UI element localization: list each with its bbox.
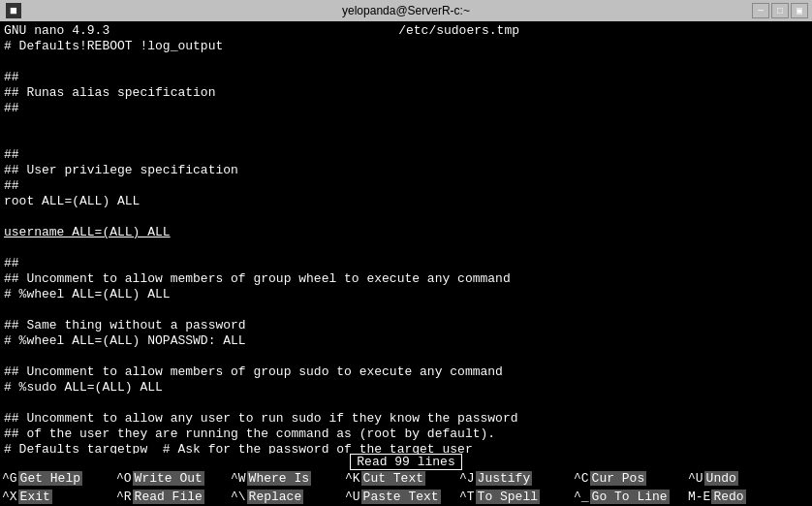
maximize-button[interactable]: □ (771, 3, 789, 18)
shortcut-key: ^U (345, 490, 360, 504)
shortcut-item[interactable]: ^XExit (0, 490, 114, 504)
window-title: yelopanda@ServerR-c:~ (342, 4, 470, 17)
shortcut-key: ^C (574, 471, 589, 486)
shortcut-desc: Go To Line (590, 490, 670, 504)
editor-line: ## (4, 178, 808, 194)
editor-line: ## Runas alias specification (4, 85, 808, 101)
editor-line: # Defaults!REBOOT !log_output (4, 39, 808, 54)
shortcut-key: ^T (459, 490, 475, 504)
shortcut-desc: To Spell (476, 490, 540, 504)
shortcut-key: ^\ (231, 490, 246, 504)
shortcut-item[interactable]: ^\Replace (229, 490, 343, 504)
editor-line (4, 395, 808, 411)
editor-line: ## (4, 256, 808, 271)
shortcut-desc: Write Out (133, 471, 204, 486)
shortcut-item[interactable]: ^TTo Spell (457, 490, 572, 504)
minimize-button[interactable]: ─ (752, 3, 769, 18)
editor-line (4, 209, 808, 225)
shortcut-item[interactable]: ^UUndo (686, 471, 800, 486)
editor-line: # Defaults targetpw # Ask for the passwo… (4, 442, 808, 454)
shortcut-item[interactable]: M-ERedo (686, 490, 800, 504)
nano-version: GNU nano 4.9.3 (4, 23, 109, 38)
shortcut-key: ^J (459, 471, 475, 486)
shortcut-desc: Paste Text (361, 490, 441, 504)
editor-line (4, 132, 808, 147)
editor-line: ## (4, 147, 808, 163)
shortcut-key: ^K (345, 471, 360, 486)
editor-line: ## (4, 70, 808, 85)
titlebar: ■ yelopanda@ServerR-c:~ ─ □ ▣ (0, 0, 812, 21)
shortcut-desc: Exit (18, 490, 52, 504)
shortcut-key: ^X (2, 490, 17, 504)
shortcut-item[interactable]: ^KCut Text (343, 471, 457, 486)
shortcut-key: ^W (231, 471, 246, 486)
editor-line (4, 54, 808, 70)
status-bar: Read 99 lines (0, 454, 812, 469)
editor-line (4, 116, 808, 132)
shortcut-desc: Read File (133, 490, 204, 504)
shortcut-key: ^O (116, 471, 132, 486)
shortcut-item[interactable]: ^_Go To Line (572, 490, 686, 504)
shortcut-desc: Cut Text (361, 471, 425, 486)
editor-line: # %wheel ALL=(ALL) ALL (4, 287, 808, 302)
shortcut-item[interactable]: ^RRead File (114, 490, 229, 504)
shortcut-item[interactable]: ^JJustify (457, 471, 572, 486)
shortcut-desc: Justify (476, 471, 533, 486)
shortcut-desc: Redo (711, 490, 745, 504)
editor-line: ## User privilege specification (4, 163, 808, 178)
shortcut-key: ^R (116, 490, 132, 504)
shortcut-desc: Get Help (18, 471, 82, 486)
shortcut-row-2: ^XExit^RRead File^\Replace^UPaste Text^T… (0, 488, 812, 506)
shortcut-key: ^G (2, 471, 17, 486)
shortcut-key: ^U (688, 471, 703, 486)
shortcut-item[interactable]: ^OWrite Out (114, 471, 229, 486)
shortcut-key: M-E (688, 490, 710, 504)
editor-line: ## Same thing without a password (4, 318, 808, 333)
shortcut-row-1: ^GGet Help^OWrite Out^WWhere Is^KCut Tex… (0, 469, 812, 488)
shortcut-item[interactable]: ^CCur Pos (572, 471, 686, 486)
editor-line (4, 302, 808, 318)
shortcut-desc: Undo (704, 471, 738, 486)
editor-line: username ALL=(ALL) ALL (4, 225, 808, 240)
shortcut-desc: Replace (247, 490, 304, 504)
shortcut-desc: Cur Pos (590, 471, 647, 486)
shortcut-desc: Where Is (247, 471, 311, 486)
shortcut-item[interactable]: ^GGet Help (0, 471, 114, 486)
shortcut-key: ^_ (574, 490, 589, 504)
editor-line: ## Uncomment to allow members of group w… (4, 271, 808, 287)
editor-line: ## Uncomment to allow members of group s… (4, 364, 808, 380)
editor-line (4, 240, 808, 256)
editor-line: root ALL=(ALL) ALL (4, 194, 808, 209)
editor-line: ## Uncomment to allow any user to run su… (4, 411, 808, 427)
restore-button[interactable]: ▣ (791, 3, 808, 18)
window-controls: ─ □ ▣ (752, 3, 808, 18)
nano-header: GNU nano 4.9.3 /etc/sudoers.tmp (0, 21, 812, 39)
shortcut-item[interactable]: ^UPaste Text (343, 490, 457, 504)
file-path: /etc/sudoers.tmp (398, 23, 519, 38)
shortcut-bar: ^GGet Help^OWrite Out^WWhere Is^KCut Tex… (0, 469, 812, 506)
app-icon: ■ (6, 3, 21, 18)
shortcut-item[interactable]: ^WWhere Is (229, 471, 343, 486)
editor-line: ## of the user they are running the comm… (4, 427, 808, 442)
editor-line: ## (4, 101, 808, 116)
editor-area[interactable]: # Defaults!REBOOT !log_output #### Runas… (0, 39, 812, 454)
editor-line: # %wheel ALL=(ALL) NOPASSWD: ALL (4, 333, 808, 349)
editor-line (4, 349, 808, 364)
icon-symbol: ■ (10, 4, 17, 18)
status-badge: Read 99 lines (350, 454, 461, 470)
editor-line: # %sudo ALL=(ALL) ALL (4, 380, 808, 395)
